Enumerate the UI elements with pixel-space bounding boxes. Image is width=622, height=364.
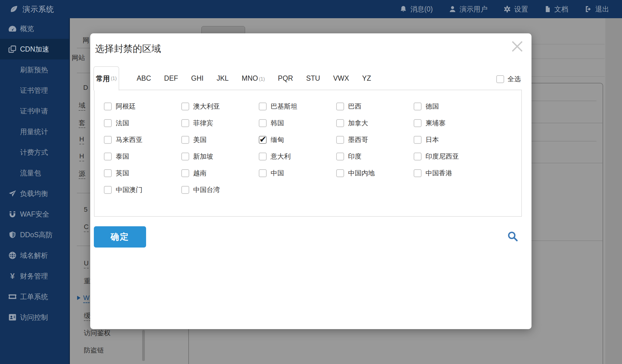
navbar-item-0[interactable]: 消息(0) — [399, 5, 433, 14]
region-item-12[interactable]: 缅甸 — [259, 131, 336, 148]
checkbox[interactable] — [259, 153, 267, 160]
region-block-modal: 选择封禁的区域 常用 (1) ABCDEFGHIJKLMNO(1)PQRSTUV… — [90, 33, 531, 329]
tab-ghi[interactable]: GHI — [191, 74, 203, 83]
sidebar-item-1[interactable]: CDN加速 — [0, 39, 69, 59]
tab-stu[interactable]: STU — [306, 74, 320, 83]
select-all-box[interactable] — [496, 75, 504, 83]
navbar-item-4[interactable]: 退出 — [584, 5, 609, 14]
navbar-item-label: 文档 — [554, 5, 568, 14]
checkbox[interactable] — [104, 153, 112, 160]
tab-def[interactable]: DEF — [164, 74, 178, 83]
paper-plane-icon — [8, 189, 17, 198]
checkbox[interactable] — [181, 153, 189, 160]
region-item-4[interactable]: 德国 — [414, 98, 491, 115]
navbar-item-2[interactable]: 设置 — [503, 5, 528, 14]
region-item-18[interactable]: 印度 — [336, 148, 414, 165]
sidebar-item-12[interactable]: ¥财务管理 — [0, 266, 69, 286]
close-icon[interactable] — [510, 39, 525, 54]
checkbox[interactable] — [181, 119, 189, 127]
sidebar-item-7[interactable]: 流量包 — [0, 163, 69, 183]
region-item-19[interactable]: 印度尼西亚 — [414, 148, 491, 165]
checkbox[interactable] — [336, 136, 344, 144]
confirm-button[interactable]: 确定 — [94, 226, 146, 248]
sidebar-item-2[interactable]: 刷新预热 — [0, 59, 69, 80]
checkbox[interactable] — [336, 169, 344, 177]
region-item-9[interactable]: 柬埔寨 — [414, 115, 491, 131]
region-item-3[interactable]: 巴西 — [336, 98, 414, 115]
checkbox[interactable] — [336, 153, 344, 160]
sidebar-item-8[interactable]: 负载均衡 — [0, 183, 69, 204]
region-label: 英国 — [116, 169, 129, 178]
region-item-5[interactable]: 法国 — [104, 115, 181, 131]
checkbox[interactable] — [414, 119, 422, 127]
region-item-10[interactable]: 马来西亚 — [104, 131, 181, 148]
region-item-25[interactable]: 中国澳门 — [104, 181, 181, 198]
tab-mno[interactable]: MNO(1) — [242, 74, 265, 83]
sidebar-item-0[interactable]: 概览 — [0, 18, 69, 39]
shield-icon — [8, 231, 17, 239]
region-label: 中国 — [271, 169, 284, 178]
region-item-22[interactable]: 中国 — [259, 165, 336, 181]
select-all-checkbox[interactable]: 全选 — [496, 75, 521, 84]
tab-pqr[interactable]: PQR — [278, 74, 293, 83]
sidebar-item-3[interactable]: 证书管理 — [0, 80, 69, 101]
tab-jkl[interactable]: JKL — [217, 74, 229, 83]
region-item-8[interactable]: 加拿大 — [336, 115, 414, 131]
checkbox[interactable] — [336, 103, 344, 110]
region-item-2[interactable]: 巴基斯坦 — [259, 98, 336, 115]
brand[interactable]: 演示系统 — [0, 4, 54, 14]
sidebar-item-9[interactable]: WAF安全 — [0, 204, 69, 224]
region-item-15[interactable]: 泰国 — [104, 148, 181, 165]
checkbox[interactable] — [104, 119, 112, 127]
region-item-26[interactable]: 中国台湾 — [181, 181, 259, 198]
region-item-0[interactable]: 阿根廷 — [104, 98, 181, 115]
tab-abc[interactable]: ABC — [137, 74, 151, 83]
checkbox[interactable] — [181, 103, 189, 110]
region-item-20[interactable]: 英国 — [104, 165, 181, 181]
cdn-icon — [8, 45, 17, 53]
region-item-13[interactable]: 墨西哥 — [336, 131, 414, 148]
checkmark-icon[interactable] — [259, 136, 267, 144]
checkbox[interactable] — [104, 186, 112, 194]
navbar-item-1[interactable]: 演示用户 — [449, 5, 487, 14]
region-item-17[interactable]: 意大利 — [259, 148, 336, 165]
checkbox[interactable] — [181, 136, 189, 144]
sidebar-item-10[interactable]: DDoS高防 — [0, 224, 69, 245]
region-item-7[interactable]: 韩国 — [259, 115, 336, 131]
sidebar-item-11[interactable]: 域名解析 — [0, 245, 69, 266]
checkbox[interactable] — [414, 136, 422, 144]
checkbox[interactable] — [414, 153, 422, 160]
region-item-16[interactable]: 新加坡 — [181, 148, 259, 165]
navbar-item-label: 演示用户 — [460, 5, 487, 14]
region-item-24[interactable]: 中国香港 — [414, 165, 491, 181]
checkbox[interactable] — [414, 169, 422, 177]
region-item-6[interactable]: 菲律宾 — [181, 115, 259, 131]
navbar-item-3[interactable]: 文档 — [544, 5, 568, 14]
region-item-23[interactable]: 中国内地 — [336, 165, 414, 181]
region-item-11[interactable]: 美国 — [181, 131, 259, 148]
tab-vwx[interactable]: VWX — [333, 74, 349, 83]
magnet-icon — [8, 210, 17, 218]
region-item-21[interactable]: 越南 — [181, 165, 259, 181]
sidebar-item-14[interactable]: 访问控制 — [0, 307, 69, 328]
checkbox[interactable] — [104, 103, 112, 110]
sidebar-item-13[interactable]: 工单系统 — [0, 286, 69, 307]
region-item-1[interactable]: 澳大利亚 — [181, 98, 259, 115]
region-grid: 阿根廷澳大利亚巴基斯坦巴西德国法国菲律宾韩国加拿大柬埔寨马来西亚美国缅甸墨西哥日… — [94, 90, 521, 198]
checkbox[interactable] — [414, 103, 422, 110]
sidebar-item-4[interactable]: 证书申请 — [0, 101, 69, 121]
sidebar-item-5[interactable]: 用量统计 — [0, 121, 69, 142]
region-item-14[interactable]: 日本 — [414, 131, 491, 148]
checkbox[interactable] — [104, 169, 112, 177]
search-icon[interactable] — [507, 231, 519, 243]
checkbox[interactable] — [181, 169, 189, 177]
checkbox[interactable] — [259, 119, 267, 127]
checkbox[interactable] — [181, 186, 189, 194]
checkbox[interactable] — [259, 169, 267, 177]
checkbox[interactable] — [336, 119, 344, 127]
checkbox[interactable] — [259, 103, 267, 110]
tab-yz[interactable]: YZ — [362, 74, 371, 83]
tab-changyong[interactable]: 常用 (1) — [94, 66, 119, 90]
sidebar-item-6[interactable]: 计费方式 — [0, 142, 69, 163]
checkbox[interactable] — [104, 136, 112, 144]
